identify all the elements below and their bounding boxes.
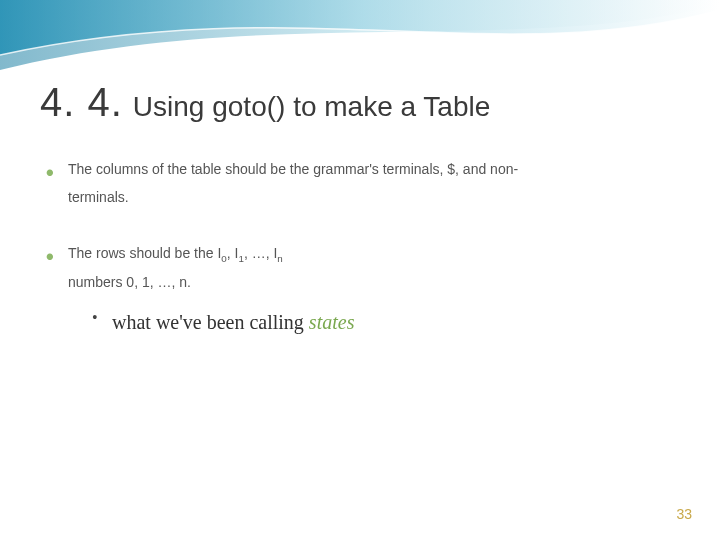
bullet-1-line2: terminals. <box>68 189 129 205</box>
bullet-2-line2: numbers 0, 1, …, n. <box>68 274 191 290</box>
bullet-list: The columns of the table should be the g… <box>40 155 680 342</box>
emphasis-states: states <box>309 311 355 333</box>
title-text: Using goto() to make a Table <box>133 91 490 123</box>
bullet-1-line1: The columns of the table should be the g… <box>68 161 518 177</box>
title-number: 4. 4. <box>40 80 123 125</box>
slide-title: 4. 4. Using goto() to make a Table <box>40 80 680 125</box>
page-number: 33 <box>676 506 692 522</box>
header-wave-decoration <box>0 0 720 90</box>
sub-bullet-1: what we've been calling states <box>90 302 680 342</box>
slide: 4. 4. Using goto() to make a Table The c… <box>0 0 720 540</box>
sub-bullet-list: what we've been calling states <box>90 302 680 342</box>
slide-content: 4. 4. Using goto() to make a Table The c… <box>40 80 680 370</box>
bullet-1: The columns of the table should be the g… <box>40 155 680 211</box>
bullet-2: The rows should be the I0, I1, …, In num… <box>40 239 680 342</box>
bullet-2-line1: The rows should be the I0, I1, …, In <box>68 245 283 261</box>
